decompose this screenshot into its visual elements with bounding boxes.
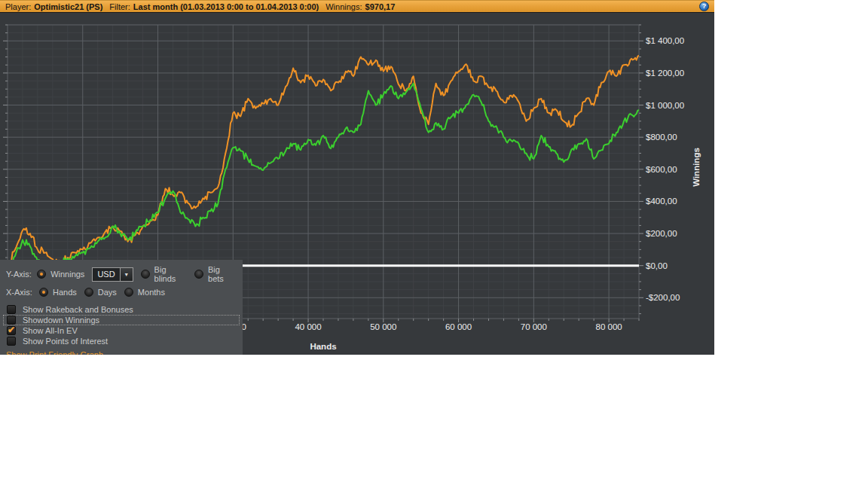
radio-days-label: Days xyxy=(98,288,117,297)
svg-text:80 000: 80 000 xyxy=(596,322,622,331)
chevron-down-icon[interactable]: ▼ xyxy=(120,268,133,281)
svg-text:$800,00: $800,00 xyxy=(646,133,677,142)
yaxis-label: Y-Axis: xyxy=(6,270,37,279)
radio-big-bets-label: Big bets xyxy=(208,265,235,283)
currency-dropdown-value: USD xyxy=(93,268,119,281)
radio-days[interactable]: Days xyxy=(84,288,117,297)
radio-winnings-label: Winnings xyxy=(50,270,84,279)
svg-text:50 000: 50 000 xyxy=(370,322,396,331)
checkbox-showdown-winnings[interactable]: Showdown Winnings xyxy=(3,315,240,325)
checkbox-show-points-of-interest[interactable]: Show Points of Interest xyxy=(3,336,240,346)
radio-hands-label: Hands xyxy=(53,288,77,297)
filter-label: Filter: xyxy=(109,2,130,11)
radio-big-bets-icon xyxy=(194,270,203,279)
radio-winnings-icon xyxy=(37,270,46,279)
svg-text:40 000: 40 000 xyxy=(295,322,321,331)
radio-months[interactable]: Months xyxy=(124,288,165,297)
svg-text:Hands: Hands xyxy=(310,342,336,351)
svg-text:$0,00: $0,00 xyxy=(646,261,668,270)
radio-hands-icon xyxy=(39,288,48,297)
checkbox-showdown-winnings-label: Showdown Winnings xyxy=(23,316,99,325)
svg-text:Winnings: Winnings xyxy=(692,148,701,187)
checkbox-showdown-winnings-icon xyxy=(7,316,16,325)
xaxis-label: X-Axis: xyxy=(6,288,39,297)
radio-big-blinds-label: Big blinds xyxy=(154,265,187,283)
checkbox-show-allin-ev-icon xyxy=(7,326,16,335)
svg-text:-$200,00: -$200,00 xyxy=(646,293,680,302)
checkbox-show-points-of-interest-label: Show Points of Interest xyxy=(23,337,108,346)
print-friendly-link[interactable]: Show Print Friendly Graph xyxy=(6,350,243,355)
svg-text:60 000: 60 000 xyxy=(445,322,472,331)
filter-value: Last month (01.03.2013 0:00 to 01.04.201… xyxy=(133,2,319,11)
radio-hands[interactable]: Hands xyxy=(39,288,77,297)
svg-text:$200,00: $200,00 xyxy=(646,229,677,238)
radio-months-label: Months xyxy=(138,288,165,297)
checkbox-show-rakeback-label: Show Rakeback and Bonuses xyxy=(23,305,133,314)
radio-winnings[interactable]: Winnings xyxy=(37,270,84,279)
player-value: Optimistic21 (PS) xyxy=(34,2,102,11)
checkbox-list: Show Rakeback and Bonuses Showdown Winni… xyxy=(0,304,243,346)
currency-dropdown[interactable]: USD ▼ xyxy=(92,267,133,282)
titlebar: Player: Optimistic21 (PS) Filter: Last m… xyxy=(0,0,714,13)
checkbox-show-allin-ev[interactable]: Show All-In EV xyxy=(3,325,240,336)
svg-text:$600,00: $600,00 xyxy=(646,165,677,174)
svg-text:$1 000,00: $1 000,00 xyxy=(646,101,684,110)
checkbox-show-points-of-interest-icon xyxy=(7,337,16,346)
svg-text:$1 400,00: $1 400,00 xyxy=(646,36,684,45)
svg-text:70 000: 70 000 xyxy=(521,322,547,331)
checkbox-show-rakeback-icon xyxy=(7,305,16,314)
winnings-label: Winnings: xyxy=(326,2,362,11)
checkbox-show-rakeback[interactable]: Show Rakeback and Bonuses xyxy=(3,304,240,315)
radio-days-icon xyxy=(84,288,93,297)
winnings-value: $970,17 xyxy=(365,2,396,11)
radio-big-blinds-icon xyxy=(141,270,150,279)
graph-options-panel: Y-Axis: Winnings USD ▼ Big blinds Big be… xyxy=(0,260,243,355)
radio-big-blinds[interactable]: Big blinds xyxy=(141,265,187,283)
help-icon[interactable]: ? xyxy=(699,2,709,11)
player-label: Player: xyxy=(5,2,31,11)
svg-text:$1 200,00: $1 200,00 xyxy=(646,69,684,78)
radio-months-icon xyxy=(124,288,133,297)
graph-window: Player: Optimistic21 (PS) Filter: Last m… xyxy=(0,0,714,355)
svg-text:$400,00: $400,00 xyxy=(646,197,677,206)
radio-big-bets[interactable]: Big bets xyxy=(194,265,235,283)
checkbox-show-allin-ev-label: Show All-In EV xyxy=(23,326,78,335)
